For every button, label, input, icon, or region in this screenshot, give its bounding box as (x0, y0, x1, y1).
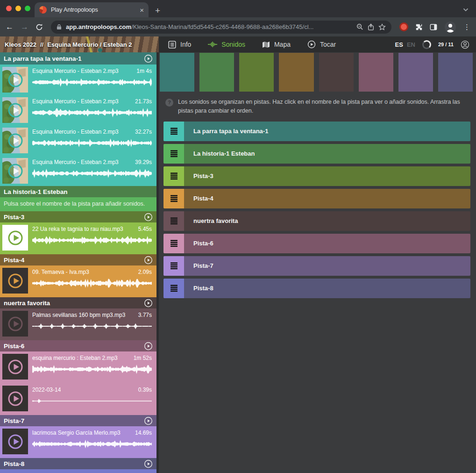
forward-button[interactable]: → (21, 23, 28, 31)
track-color-pad[interactable] (319, 53, 354, 92)
track-row[interactable]: nuertra favorita (163, 211, 470, 231)
clip-thumbnail[interactable] (2, 268, 28, 294)
track-row[interactable]: Pista-7 (163, 256, 470, 276)
drag-handle[interactable] (163, 234, 184, 253)
track-row-body[interactable]: La parra tapa la ventana-1 (184, 122, 470, 141)
menu-kebab-icon[interactable]: ⋮ (463, 23, 470, 31)
close-tab-icon[interactable]: × (140, 7, 144, 14)
clip-thumbnail[interactable] (2, 429, 28, 454)
track-row-body[interactable]: Pista-3 (184, 166, 470, 186)
audio-clip[interactable]: esquina mercurio : Esteban 2.mp31m 52s (0, 351, 156, 383)
play-track-icon[interactable] (144, 459, 153, 468)
tab-info[interactable]: Info (168, 41, 191, 49)
audio-clip[interactable]: Esquina Mercurio - Esteban 2.mp339.29s (0, 156, 156, 186)
track-row-body[interactable]: Pista-6 (184, 234, 470, 253)
track-color-pad[interactable] (438, 53, 473, 92)
address-bar[interactable]: app.antropoloops.com/Kleos-Santa-Marina/… (51, 21, 391, 34)
track-row[interactable]: La historia-1 Esteban (163, 144, 470, 164)
sidebar-track-header[interactable]: Pista-4 (0, 254, 156, 265)
zoom-icon[interactable] (356, 23, 363, 30)
clip-thumbnail[interactable] (2, 386, 28, 411)
sidebar-track-header[interactable]: nuertra favorita (0, 297, 156, 308)
audio-clip[interactable]: 2022-03-140.39s (0, 383, 156, 415)
extensions-puzzle-icon[interactable] (415, 23, 423, 31)
track-row[interactable]: Pista-6 (163, 234, 470, 253)
play-track-icon[interactable] (144, 342, 153, 351)
project-breadcrumb[interactable]: Kleos 2022 // Esquina Mercurio / Esteban… (0, 36, 159, 52)
clip-play-icon[interactable] (7, 315, 24, 332)
clip-thumbnail[interactable] (2, 311, 28, 337)
new-tab-button[interactable]: + (155, 6, 160, 15)
track-row[interactable]: Pista-3 (163, 166, 470, 186)
track-row-body[interactable]: Pista-8 (184, 279, 470, 298)
audio-clip[interactable]: Esquina Mercurio - Esteban 2.mp332.27s (0, 125, 156, 156)
tab-mapa[interactable]: Mapa (262, 41, 291, 48)
sidebar-track-header[interactable]: Pista-8 (0, 458, 156, 469)
track-row[interactable]: Pista-8 (163, 279, 470, 298)
audio-clip[interactable]: Palmas sevillanas 160 bpm mp3.mp33.77s (0, 308, 156, 340)
reload-button[interactable] (36, 23, 43, 31)
clip-thumbnail[interactable] (2, 67, 28, 93)
clip-thumbnail[interactable] (2, 128, 28, 153)
bookmark-star-icon[interactable] (378, 23, 386, 31)
drag-handle[interactable] (163, 211, 184, 231)
side-panel-icon[interactable] (430, 23, 437, 31)
sidebar-track-header[interactable]: Pista-3 (0, 211, 156, 222)
chevron-down-icon[interactable] (463, 8, 469, 12)
play-track-icon[interactable] (144, 213, 153, 222)
track-row[interactable]: Pista-4 (163, 189, 470, 208)
share-icon[interactable] (368, 23, 374, 31)
drag-handle[interactable] (163, 166, 184, 186)
track-color-pad[interactable] (398, 53, 433, 92)
minimize-window-button[interactable] (15, 6, 21, 11)
track-row-body[interactable]: Pista-4 (184, 189, 470, 208)
play-track-icon[interactable] (144, 416, 153, 425)
recording-indicator[interactable] (399, 22, 408, 31)
drag-handle[interactable] (163, 189, 184, 208)
play-track-icon[interactable] (144, 256, 153, 265)
audio-clip[interactable]: lacrimosa Sergio García Merlo.mp314.69s (0, 426, 156, 458)
zoom-window-button[interactable] (25, 6, 30, 11)
clip-play-icon[interactable] (7, 132, 24, 149)
sidebar-track-header[interactable]: La historia-1 Esteban (0, 186, 156, 197)
tab-tocar[interactable]: Tocar (307, 40, 336, 49)
sidebar-track-header[interactable]: Pista-7 (0, 415, 156, 426)
lang-en[interactable]: EN (407, 41, 415, 48)
track-row-body[interactable]: La historia-1 Esteban (184, 144, 470, 164)
clip-play-icon[interactable] (7, 272, 24, 289)
audio-clip[interactable]: Esquina Mercurio - Esteban 2.mp321.73s (0, 95, 156, 125)
drag-handle[interactable] (163, 144, 184, 164)
clip-play-icon[interactable] (7, 229, 24, 246)
drag-handle[interactable] (163, 122, 184, 141)
sidebar-track-header[interactable]: Pista-6 (0, 340, 156, 351)
clip-play-icon[interactable] (7, 72, 24, 88)
close-window-button[interactable] (6, 6, 12, 11)
drag-handle[interactable] (163, 256, 184, 276)
clip-play-icon[interactable] (7, 390, 24, 407)
clip-play-icon[interactable] (7, 358, 24, 375)
clip-play-icon[interactable] (7, 102, 24, 119)
clip-thumbnail[interactable] (2, 354, 28, 380)
browser-avatar[interactable] (444, 21, 456, 33)
clip-play-icon[interactable] (7, 163, 24, 179)
audio-clip[interactable]: Esquina Mercurio - Esteban 2.mp31m 4s (0, 64, 156, 95)
track-color-pad[interactable] (279, 53, 313, 92)
play-track-icon[interactable] (144, 54, 153, 63)
account-icon[interactable] (461, 40, 469, 49)
drag-handle[interactable] (163, 279, 184, 298)
lang-es[interactable]: ES (395, 41, 403, 48)
browser-tab[interactable]: Play Antropoloops × (35, 2, 149, 17)
sidebar-track-header[interactable]: La parra tapa la ventana-1 (0, 52, 156, 64)
clip-thumbnail[interactable] (2, 97, 28, 123)
track-color-pad[interactable] (160, 53, 194, 92)
play-track-icon[interactable] (144, 299, 153, 308)
clip-thumbnail[interactable] (2, 225, 28, 251)
back-button[interactable]: ← (6, 23, 14, 31)
audio-clip[interactable]: 09. Temaeva - Iva.mp32.09s (0, 265, 156, 297)
clip-thumbnail[interactable] (2, 158, 28, 184)
track-row[interactable]: La parra tapa la ventana-1 (163, 122, 470, 141)
track-color-pad[interactable] (359, 53, 393, 92)
track-row-body[interactable]: nuertra favorita (184, 211, 470, 231)
tab-sonidos[interactable]: Sonidos (208, 41, 245, 48)
track-color-pad[interactable] (199, 53, 234, 92)
